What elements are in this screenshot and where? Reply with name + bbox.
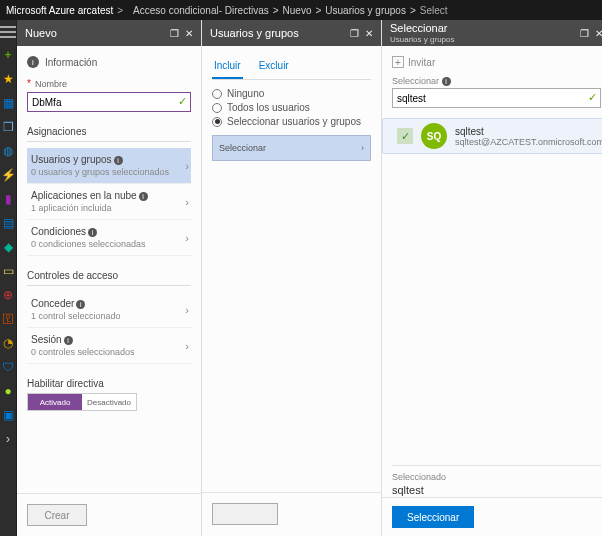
user-email: sqltest@AZCATEST.onmicrosoft.com: [455, 137, 602, 147]
info-icon: i: [27, 56, 39, 68]
selected-label: Seleccionado: [392, 472, 601, 482]
radio-all-users[interactable]: Todos los usuarios: [212, 102, 371, 113]
user-result-row[interactable]: ✓ SQ sqltest sqltest@AZCATEST.onmicrosof…: [382, 118, 602, 154]
cosmos-icon[interactable]: ◆: [1, 240, 15, 254]
enable-on[interactable]: Activado: [28, 394, 82, 410]
breadcrumb-item[interactable]: Acceso condicional- Directivas: [133, 5, 269, 16]
breadcrumb-item[interactable]: Nuevo: [283, 5, 312, 16]
chevron-right-icon: ›: [185, 196, 189, 208]
close-icon[interactable]: ✕: [595, 28, 602, 39]
info-icon: i: [442, 77, 451, 86]
radio-icon: [212, 117, 222, 127]
restore-icon[interactable]: ❐: [350, 28, 359, 39]
search-input[interactable]: [392, 88, 601, 108]
expand-nav-icon[interactable]: ›: [1, 432, 15, 446]
blade-title: Nuevo: [25, 27, 170, 39]
new-resource-icon[interactable]: +: [1, 48, 15, 62]
select-button[interactable]: Seleccionar: [392, 506, 474, 528]
advisor-icon[interactable]: ●: [1, 384, 15, 398]
search-label: Seleccionar: [392, 76, 439, 86]
host-icon[interactable]: ▣: [1, 408, 15, 422]
brand-text: Microsoft Azure arcatest: [6, 5, 113, 16]
check-icon: ✓: [178, 95, 187, 108]
blade-title: Seleccionar: [390, 22, 580, 34]
assignments-section-label: Asignaciones: [27, 126, 191, 137]
left-nav: + ★ ▦ ❒ ◍ ⚡ ▮ ▤ ◆ ▭ ⊕ ⚿ ◔ 🛡 ● ▣ ›: [0, 20, 17, 536]
all-resources-icon[interactable]: ❒: [1, 120, 15, 134]
breadcrumb-item[interactable]: Usuarios y grupos: [325, 5, 406, 16]
storage-icon[interactable]: ▭: [1, 264, 15, 278]
select-label: Seleccionar: [219, 143, 266, 153]
breadcrumb-sep: >: [273, 5, 279, 16]
globe-icon[interactable]: ◍: [1, 144, 15, 158]
row-grant[interactable]: Concederi 1 control seleccionado ›: [27, 292, 191, 328]
chevron-right-icon: ›: [185, 160, 189, 172]
access-controls-section-label: Controles de acceso: [27, 270, 191, 281]
sql-icon[interactable]: ▤: [1, 216, 15, 230]
blade-new-policy: Nuevo ❐ ✕ i Información *Nombre ✓ Asigna…: [17, 20, 202, 536]
avatar: SQ: [421, 123, 447, 149]
plus-icon: +: [392, 56, 404, 68]
blade-subtitle: Usuarios y grupos: [390, 36, 580, 44]
done-button[interactable]: [212, 503, 278, 525]
chevron-right-icon: ›: [185, 232, 189, 244]
row-users-groups[interactable]: Usuarios y gruposi 0 usuarios y grupos s…: [27, 148, 191, 184]
check-icon: ✓: [588, 91, 597, 104]
close-icon[interactable]: ✕: [365, 28, 373, 39]
favorites-icon[interactable]: ★: [1, 72, 15, 86]
monitor-icon[interactable]: ◔: [1, 336, 15, 350]
hamburger-icon[interactable]: [0, 26, 16, 38]
selected-value: sqltest: [392, 484, 601, 496]
info-icon: i: [64, 336, 73, 345]
restore-icon[interactable]: ❐: [170, 28, 179, 39]
required-star-icon: *: [27, 78, 31, 89]
blade-users-groups: Usuarios y grupos ❐ ✕ Incluir Excluir Ni…: [202, 20, 382, 536]
breadcrumb-current: Select: [420, 5, 448, 16]
security-icon[interactable]: 🛡: [1, 360, 15, 374]
info-label: Información: [45, 57, 97, 68]
enable-policy-toggle[interactable]: Activado Desactivado: [27, 393, 137, 411]
tab-include[interactable]: Incluir: [212, 56, 243, 79]
top-bar: Microsoft Azure arcatest > Acceso condic…: [0, 0, 602, 20]
chevron-right-icon: ›: [185, 340, 189, 352]
blade-title: Usuarios y grupos: [210, 27, 350, 39]
enable-off[interactable]: Desactivado: [82, 394, 136, 410]
radio-none[interactable]: Ninguno: [212, 88, 371, 99]
info-icon: i: [139, 192, 148, 201]
chevron-right-icon: ›: [185, 304, 189, 316]
create-button[interactable]: Crear: [27, 504, 87, 526]
radio-select-users[interactable]: Seleccionar usuarios y grupos: [212, 116, 371, 127]
invite-button[interactable]: + Invitar: [392, 56, 601, 68]
radio-icon: [212, 103, 222, 113]
radio-icon: [212, 89, 222, 99]
analytics-icon[interactable]: ▮: [1, 192, 15, 206]
row-cloud-apps[interactable]: Aplicaciones en la nubei 1 aplicación in…: [27, 184, 191, 220]
tab-exclude[interactable]: Excluir: [257, 56, 291, 79]
row-conditions[interactable]: Condicionesi 0 condiciones seleccionadas…: [27, 220, 191, 256]
info-icon: i: [114, 156, 123, 165]
functions-icon[interactable]: ⚡: [1, 168, 15, 182]
blade-select: Seleccionar Usuarios y grupos ❐ ✕ + Invi…: [382, 20, 602, 536]
breadcrumb: Acceso condicional- Directivas > Nuevo >…: [133, 5, 447, 16]
checked-icon: ✓: [397, 128, 413, 144]
breadcrumb-sep: >: [315, 5, 321, 16]
dashboard-icon[interactable]: ▦: [1, 96, 15, 110]
info-icon: i: [88, 228, 97, 237]
name-label: Nombre: [35, 79, 67, 89]
chevron-right-icon: ›: [361, 143, 364, 153]
breadcrumb-sep: >: [117, 5, 123, 16]
close-icon[interactable]: ✕: [185, 28, 193, 39]
info-icon: i: [76, 300, 85, 309]
breadcrumb-sep: >: [410, 5, 416, 16]
keyvault-icon[interactable]: ⚿: [1, 312, 15, 326]
restore-icon[interactable]: ❐: [580, 28, 589, 39]
network-icon[interactable]: ⊕: [1, 288, 15, 302]
user-name: sqltest: [455, 126, 602, 137]
enable-policy-label: Habilitar directiva: [27, 378, 191, 389]
row-session[interactable]: Sesióni 0 controles seleccionados ›: [27, 328, 191, 364]
select-users-box[interactable]: Seleccionar ›: [212, 135, 371, 161]
policy-name-input[interactable]: [27, 92, 191, 112]
